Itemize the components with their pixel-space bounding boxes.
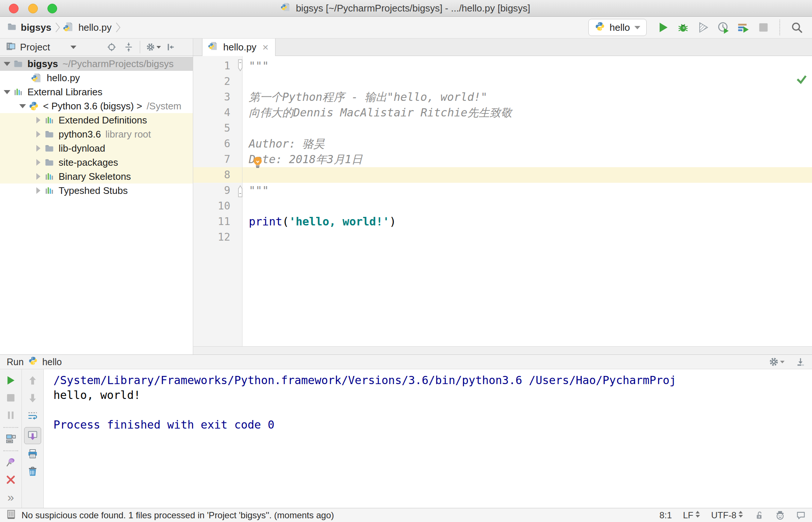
lib-icon xyxy=(13,86,24,98)
run-console[interactable]: /System/Library/Frameworks/Python.framew… xyxy=(44,369,812,508)
tree-row-binary-skeletons[interactable]: Binary Skeletons xyxy=(0,169,193,184)
unlock-icon[interactable] xyxy=(754,510,765,521)
rerun-button[interactable] xyxy=(4,374,17,387)
code-line xyxy=(249,74,812,89)
tree-row-bigsys[interactable]: bigsys~/PycharmProjects/bigsys xyxy=(0,57,193,71)
window-title: bigsys [~/PycharmProjects/bigsys] - .../… xyxy=(296,3,530,14)
line-number: 4 xyxy=(193,105,230,120)
tree-item-label: site-packages xyxy=(59,157,118,168)
python-icon xyxy=(28,356,38,368)
toolbar-separator xyxy=(3,427,18,428)
run-with-coverage-button[interactable] xyxy=(695,19,712,36)
inspections-ok-icon[interactable] xyxy=(795,72,808,87)
debug-button[interactable] xyxy=(675,19,692,36)
tree-row-hello-py[interactable]: hello.py xyxy=(0,71,193,85)
tree-item-label: python3.6 xyxy=(59,129,101,140)
event-log-icon[interactable] xyxy=(796,510,806,521)
console-line xyxy=(53,403,812,417)
python-file-icon xyxy=(209,41,219,53)
tree-row-external-libraries[interactable]: External Libraries xyxy=(0,85,193,99)
fold-marker-start[interactable] xyxy=(237,59,243,74)
editor-bottom-strip xyxy=(193,346,812,354)
chevron-down-icon[interactable] xyxy=(70,46,76,49)
run-button[interactable] xyxy=(655,19,672,36)
code-line xyxy=(249,198,812,214)
caret-position-widget[interactable]: 8:1 xyxy=(660,510,672,521)
chevron-down-icon xyxy=(634,26,640,29)
concurrency-diagram-button[interactable] xyxy=(735,19,752,36)
tree-row-site-packages[interactable]: site-packages xyxy=(0,155,193,169)
python-file-icon xyxy=(282,2,291,14)
run-configuration-label: hello xyxy=(610,22,630,33)
run-configuration-select[interactable]: hello xyxy=(588,19,647,36)
stop-button xyxy=(755,19,772,36)
close-button[interactable] xyxy=(4,473,17,486)
tree-expand-arrow[interactable] xyxy=(33,145,44,152)
line-separator-widget[interactable]: LF xyxy=(683,510,700,521)
print-button[interactable] xyxy=(26,447,39,460)
close-tab-icon[interactable]: × xyxy=(263,42,268,53)
tree-row-python3-6[interactable]: python3.6library root xyxy=(0,127,193,141)
editor[interactable]: 1"""23第一个Python程序 - 输出"hello, world!"4向伟… xyxy=(193,56,812,347)
collapse-all-button[interactable] xyxy=(121,40,136,54)
tree-item-hint: library root xyxy=(105,129,151,140)
tree-row-lib-dynload[interactable]: lib-dynload xyxy=(0,141,193,155)
tree-expand-arrow[interactable] xyxy=(1,90,13,94)
zoom-window-button[interactable] xyxy=(47,4,57,13)
soft-wrap-button[interactable] xyxy=(26,409,39,423)
pin-tab-button[interactable] xyxy=(4,456,17,469)
toolbar-separator xyxy=(140,41,140,53)
tree-item-label: < Python 3.6 (bigsys) > xyxy=(43,100,142,112)
breadcrumb-item-bigsys[interactable]: bigsys xyxy=(7,22,51,33)
editor-tab-hello-py[interactable]: hello.py × xyxy=(202,39,275,56)
tool-window-header-band: Project hello.py × xyxy=(0,39,812,56)
profile-button[interactable] xyxy=(715,19,732,36)
restore-layout-button[interactable] xyxy=(4,432,17,445)
breadcrumb-item-hello-py[interactable]: hello.py xyxy=(64,22,112,33)
tree-expand-arrow[interactable] xyxy=(1,62,13,66)
line-number: 3 xyxy=(193,89,230,105)
tree-row-python-3-6-bigsys[interactable]: < Python 3.6 (bigsys) >/System xyxy=(0,99,193,113)
background-tasks-icon[interactable] xyxy=(6,509,16,522)
folder-icon xyxy=(44,129,55,140)
status-bar: No suspicious code found. 1 files proces… xyxy=(0,508,812,522)
tree-expand-arrow[interactable] xyxy=(33,131,44,138)
minimize-window-button[interactable] xyxy=(28,4,38,13)
up-down-arrows-icon xyxy=(695,510,700,521)
run-main-toolbar: » xyxy=(0,369,22,508)
fold-marker-end[interactable] xyxy=(237,184,243,199)
tree-expand-arrow[interactable] xyxy=(33,173,44,180)
toolbar-separator xyxy=(779,20,780,35)
locate-button[interactable] xyxy=(104,40,119,54)
project-tree[interactable]: bigsys~/PycharmProjects/bigsyshello.pyEx… xyxy=(0,56,193,354)
tree-row-extended-definitions[interactable]: Extended Definitions xyxy=(0,113,193,127)
tree-expand-arrow[interactable] xyxy=(33,117,44,123)
minimize-button[interactable] xyxy=(796,357,805,367)
settings-button[interactable] xyxy=(146,40,161,54)
tree-expand-arrow[interactable] xyxy=(17,104,28,108)
down-stack-trace-button xyxy=(26,392,39,405)
line-number: 11 xyxy=(193,214,230,229)
breadcrumb: bigsyshello.py xyxy=(7,22,122,33)
gutter-separator xyxy=(242,56,242,347)
folder-icon xyxy=(7,22,17,33)
tree-row-typeshed-stubs[interactable]: Typeshed Stubs xyxy=(0,184,193,198)
scroll-to-end-button[interactable] xyxy=(24,427,41,444)
tree-expand-arrow[interactable] xyxy=(33,187,44,194)
search-everywhere-button[interactable] xyxy=(788,19,805,36)
project-panel-title[interactable]: Project xyxy=(20,42,50,53)
tree-item-label: lib-dynload xyxy=(59,143,105,154)
folder-icon xyxy=(44,143,55,154)
tree-item-hint: /System xyxy=(146,100,181,112)
more-button[interactable]: » xyxy=(4,491,17,504)
line-number: 12 xyxy=(193,229,230,245)
editor-tab-bar: hello.py × xyxy=(193,39,812,56)
encoding-widget[interactable]: UTF-8 xyxy=(711,510,743,521)
hide-button[interactable] xyxy=(163,40,178,54)
inspections-profile-icon[interactable] xyxy=(775,510,785,521)
settings-button[interactable] xyxy=(769,357,785,367)
close-window-button[interactable] xyxy=(9,4,19,13)
clear-all-button[interactable] xyxy=(26,465,39,478)
chevron-right-icon xyxy=(55,22,60,33)
tree-expand-arrow[interactable] xyxy=(33,159,44,166)
